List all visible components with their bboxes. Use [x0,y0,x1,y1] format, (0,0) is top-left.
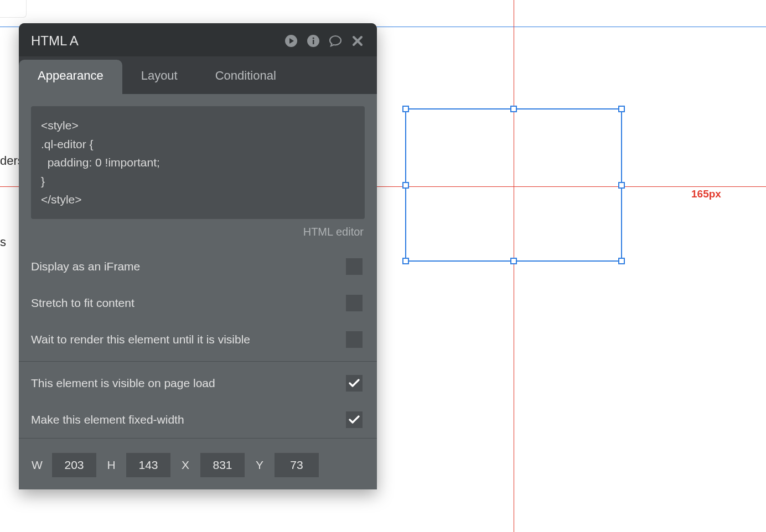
design-canvas[interactable]: 165px ders s HTML A [0,0,766,532]
visible-on-load-label: This element is visible on page load [31,377,215,390]
panel-divider [19,361,377,362]
svg-rect-3 [313,40,314,44]
h-input[interactable] [126,453,170,477]
display-iframe-checkbox[interactable] [346,258,363,275]
resize-handle-ne[interactable] [618,106,625,112]
tab-layout[interactable]: Layout [122,56,196,94]
display-iframe-label: Display as an iFrame [31,260,140,273]
panel-body: <style> .ql-editor { padding: 0 !importa… [19,94,377,489]
tab-conditional[interactable]: Conditional [196,56,295,94]
fixed-width-label: Make this element fixed-width [31,413,184,426]
resize-handle-n[interactable] [510,106,517,112]
panel-title: HTML A [31,33,79,49]
y-input[interactable] [275,453,319,477]
x-label: X [179,458,192,472]
resize-handle-e[interactable] [618,182,625,189]
preview-icon[interactable] [284,34,298,48]
x-input[interactable] [200,453,245,477]
wait-render-checkbox[interactable] [346,331,363,348]
comment-icon[interactable] [328,34,343,48]
resize-handle-nw[interactable] [402,106,409,112]
stretch-label: Stretch to fit content [31,296,134,310]
resize-handle-s[interactable] [510,258,517,264]
resize-handle-se[interactable] [618,258,625,264]
w-input[interactable] [52,453,96,477]
selected-element[interactable] [405,108,622,262]
wait-render-label: Wait to render this element until it is … [31,333,250,346]
property-panel[interactable]: HTML A Appearance Layout Conditional [19,23,377,489]
edge-text-2: s [0,235,6,249]
fixed-width-checkbox[interactable] [346,411,363,428]
info-icon[interactable] [306,34,320,48]
stretch-checkbox[interactable] [346,295,363,311]
h-label: H [105,458,117,472]
dimension-label: 165px [691,188,721,200]
resize-handle-w[interactable] [402,182,409,189]
y-label: Y [253,458,266,472]
panel-header[interactable]: HTML A [19,23,377,56]
dimensions-row: W H X Y [19,438,377,489]
svg-point-4 [313,37,314,39]
guide-red-v [514,0,514,532]
tab-appearance[interactable]: Appearance [19,60,122,94]
visible-on-load-checkbox[interactable] [346,375,363,392]
resize-handle-sw[interactable] [402,258,409,264]
faint-corner-box [0,0,27,18]
close-icon[interactable] [350,34,365,48]
w-label: W [31,458,43,472]
panel-tabs: Appearance Layout Conditional [19,56,377,94]
html-code-box[interactable]: <style> .ql-editor { padding: 0 !importa… [31,106,365,219]
html-editor-link[interactable]: HTML editor [31,219,365,248]
